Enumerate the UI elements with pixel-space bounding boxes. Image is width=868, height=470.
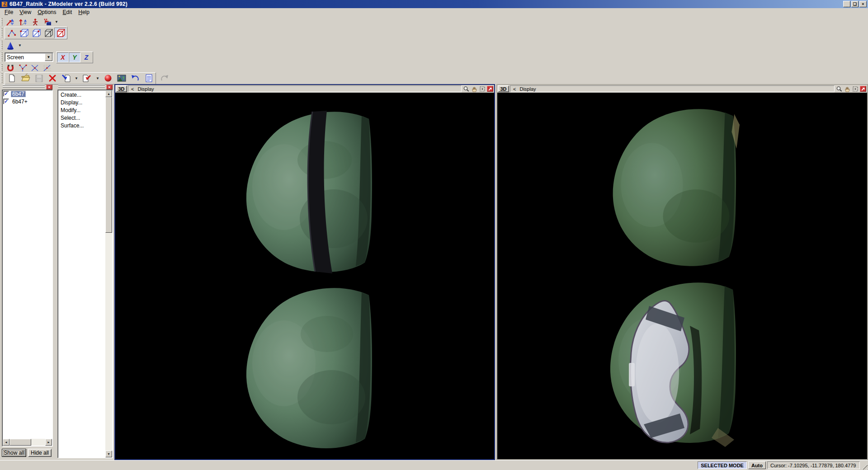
command-panel-close-button[interactable]: × [106,85,113,89]
scale-tool-button[interactable] [5,18,17,27]
flag-settings-button[interactable] [41,18,53,27]
scrollbar-thumb[interactable] [9,439,31,446]
toolbar-gripper[interactable] [1,18,3,26]
objects-level-button[interactable] [54,28,66,38]
toolbar-gripper[interactable] [1,73,3,83]
combobox-dropdown-button[interactable]: ▼ [45,53,52,61]
command-panel-header[interactable]: × [57,85,113,89]
back-arrow[interactable]: < [513,86,516,92]
export-dropdown-arrow[interactable]: ▼ [94,76,101,80]
orbit-tool-button[interactable] [479,86,486,92]
command-vertical-scrollbar[interactable]: ▲ ▼ [105,90,112,457]
scene-horizontal-scrollbar[interactable]: ◄ ► [3,439,52,446]
scroll-down-button[interactable]: ▼ [105,451,112,457]
checkbox-checked-icon[interactable]: ✓ [3,91,9,97]
pin-tool-button[interactable] [17,18,29,27]
scene-panel-header[interactable]: × [2,85,53,89]
toolbar-levels [0,27,67,38]
menu-file[interactable]: File [1,8,16,17]
mesh-level-button[interactable] [42,28,54,38]
axis-y-toggle[interactable]: Y [69,52,80,62]
scroll-left-button[interactable]: ◄ [3,439,9,446]
viewport-left[interactable]: 3D < Display [114,84,495,460]
show-all-button[interactable]: Show all [2,449,26,457]
scene-item-label[interactable]: 6b47 [11,91,26,97]
toolbar-gripper[interactable] [1,28,3,38]
coordinate-space-combobox[interactable]: Screen ▼ [5,52,53,62]
save-button[interactable] [33,73,45,84]
maximize-viewport-button[interactable] [487,86,493,92]
menu-view[interactable]: View [16,8,34,17]
viewport-mode-button[interactable]: 3D [498,85,509,92]
new-file-button[interactable] [5,73,18,84]
minimize-button[interactable]: _ [843,1,850,7]
viewport-right[interactable]: 3D < Display [496,84,868,460]
close-button[interactable]: × [859,1,867,7]
axis-z-toggle[interactable]: Z [80,52,92,62]
scene-panel-close-button[interactable]: × [46,85,52,89]
material-editor-button[interactable] [102,73,114,84]
redo-button[interactable] [159,73,171,84]
menu-help[interactable]: Help [75,8,93,17]
viewport-display-bar[interactable]: < Display [510,85,835,92]
scroll-down-icon: ▼ [107,452,110,456]
export-button[interactable] [81,73,93,84]
scrollbar-thumb[interactable] [105,97,112,233]
command-surface[interactable]: Surface... [58,122,113,129]
edges-level-button[interactable] [18,28,30,38]
hide-all-button[interactable]: Hide all [28,449,52,457]
command-display[interactable]: Display... [58,99,113,106]
scroll-up-button[interactable]: ▲ [105,90,112,97]
scroll-right-button[interactable]: ► [45,439,52,446]
zoom-tool-button[interactable] [835,86,843,92]
cone-button[interactable] [5,40,17,51]
import-dropdown-arrow[interactable]: ▼ [73,76,80,80]
open-file-button[interactable] [19,73,31,84]
axis-x-toggle[interactable]: X [57,52,69,62]
figure-tool-button[interactable] [29,18,41,27]
zoom-tool-button[interactable] [462,86,470,92]
restore-button[interactable]: ❏ [851,1,859,7]
toolbar-gripper[interactable] [1,41,3,50]
menu-options[interactable]: Options [34,8,59,17]
magnet-button[interactable] [5,64,17,72]
viewport-right-header: 3D < Display [497,85,867,93]
menu-edit[interactable]: Edit [60,8,75,17]
pan-tool-button[interactable] [844,86,851,92]
import-button[interactable] [60,73,72,84]
scene-item-label[interactable]: 6b47+ [11,99,29,105]
pan-tool-button[interactable] [471,86,478,92]
delete-button[interactable] [46,73,58,84]
viewport-shading-label[interactable]: Display [137,86,154,92]
command-modify[interactable]: Modify... [58,106,113,114]
viewport-display-bar[interactable]: < Display [128,85,462,92]
orbit-tool-button[interactable] [852,86,859,92]
texture-browser-button[interactable] [116,73,128,84]
modes-dropdown-arrow[interactable]: ▼ [53,20,60,24]
resize-grip[interactable] [861,463,868,470]
viewport-shading-label[interactable]: Display [519,86,536,92]
viewport-mode-button[interactable]: 3D [116,85,127,92]
back-arrow[interactable]: < [131,86,134,92]
snap-grid-button[interactable] [41,64,53,72]
viewport-left-canvas[interactable] [115,93,494,459]
checkbox-checked-icon[interactable]: ✓ [3,99,9,104]
viewport-right-canvas[interactable] [497,93,867,459]
auto-mode-button[interactable]: Auto [748,461,766,469]
vertices-level-button[interactable] [5,28,18,38]
script-log-button[interactable] [143,73,155,84]
toolbar-gripper[interactable] [1,64,3,71]
scene-tree-list[interactable]: ✓ 6b47 ✓ 6b47+ ◄ ► [2,89,53,446]
command-create[interactable]: Create... [58,91,113,99]
scene-item-6b47[interactable]: ✓ 6b47 [2,90,52,98]
toolbar-gripper[interactable] [1,52,3,62]
maximize-viewport-button[interactable] [860,86,866,92]
primitives-dropdown-arrow[interactable]: ▼ [17,43,23,47]
command-select[interactable]: Select... [58,114,113,122]
scene-item-6b47plus[interactable]: ✓ 6b47+ [2,98,52,105]
open-file-icon [20,74,30,83]
polygons-level-button[interactable] [30,28,42,38]
weld-vertices-button[interactable] [17,64,29,72]
undo-button[interactable] [129,73,142,84]
break-vertices-button[interactable] [29,64,41,72]
